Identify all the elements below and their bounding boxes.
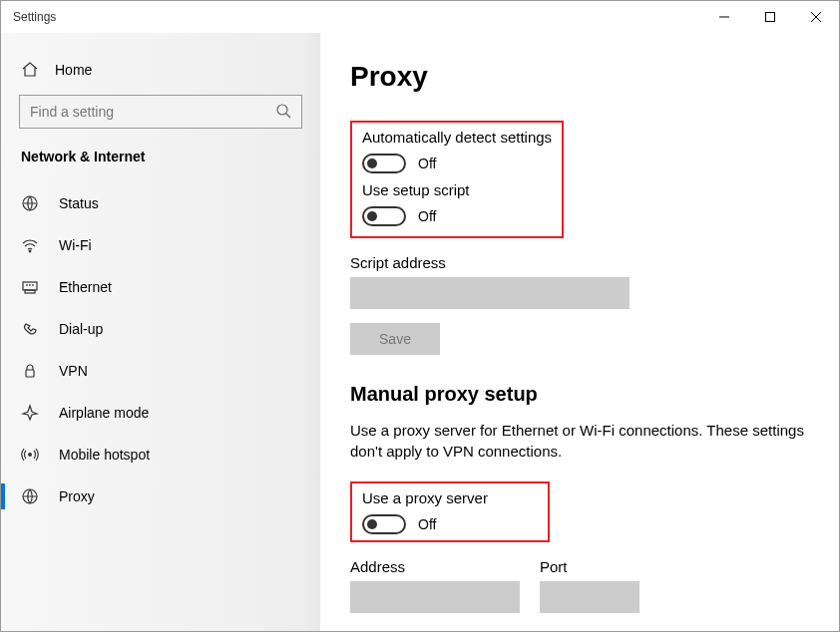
minimize-button[interactable] — [701, 1, 747, 33]
auto-detect-state: Off — [418, 156, 436, 171]
search-input[interactable] — [30, 104, 275, 120]
use-proxy-toggle[interactable] — [362, 514, 406, 534]
dialup-icon — [21, 320, 39, 338]
sidebar-item-vpn[interactable]: VPN — [1, 350, 320, 392]
vpn-icon — [21, 362, 39, 380]
use-proxy-state: Off — [418, 516, 436, 532]
sidebar-item-airplane[interactable]: Airplane mode — [1, 392, 320, 434]
manual-desc: Use a proxy server for Ethernet or Wi-Fi… — [350, 420, 809, 462]
home-label: Home — [55, 62, 92, 78]
save-button[interactable]: Save — [350, 323, 440, 355]
maximize-button[interactable] — [747, 1, 793, 33]
nav-label: Mobile hotspot — [59, 447, 150, 463]
svg-point-7 — [29, 250, 31, 252]
page-title: Proxy — [350, 61, 809, 93]
port-label: Port — [540, 558, 639, 575]
close-icon — [811, 12, 821, 22]
script-address-input[interactable] — [350, 277, 630, 309]
address-input[interactable] — [350, 581, 520, 613]
use-proxy-label: Use a proxy server — [362, 489, 538, 506]
sidebar-item-ethernet[interactable]: Ethernet — [1, 266, 320, 308]
wifi-icon — [21, 236, 39, 254]
address-label: Address — [350, 558, 520, 575]
nav-list: Status Wi-Fi Ethernet Dial-up VPN Airpla… — [1, 182, 320, 517]
sidebar-item-proxy[interactable]: Proxy — [1, 475, 320, 517]
nav-label: Status — [59, 195, 99, 211]
nav-label: Ethernet — [59, 279, 112, 295]
titlebar: Settings — [1, 1, 839, 33]
nav-label: Proxy — [59, 488, 95, 504]
use-script-label: Use setup script — [362, 181, 552, 198]
port-input[interactable] — [540, 581, 639, 613]
sidebar-item-status[interactable]: Status — [1, 182, 320, 224]
svg-point-14 — [28, 453, 32, 457]
svg-rect-9 — [25, 290, 35, 293]
maximize-icon — [765, 12, 775, 22]
sidebar-item-dialup[interactable]: Dial-up — [1, 308, 320, 350]
status-icon — [21, 194, 39, 212]
window-controls — [701, 1, 839, 33]
main-content: Proxy Automatically detect settings Off … — [320, 33, 839, 631]
search-box[interactable] — [19, 95, 302, 129]
manual-heading: Manual proxy setup — [350, 383, 809, 406]
sidebar-item-wifi[interactable]: Wi-Fi — [1, 224, 320, 266]
highlight-manual-section: Use a proxy server Off — [350, 481, 550, 542]
script-address-label: Script address — [350, 254, 809, 271]
nav-label: Wi-Fi — [59, 237, 92, 253]
home-link[interactable]: Home — [1, 53, 320, 91]
category-heading: Network & Internet — [1, 149, 320, 182]
sidebar: Home Network & Internet Status Wi-Fi Eth… — [1, 33, 320, 631]
airplane-icon — [21, 404, 39, 422]
highlight-auto-section: Automatically detect settings Off Use se… — [350, 121, 564, 238]
proxy-icon — [21, 487, 39, 505]
window-title: Settings — [13, 10, 56, 24]
ethernet-icon — [21, 278, 39, 296]
nav-label: Dial-up — [59, 321, 103, 337]
svg-rect-13 — [26, 370, 34, 377]
search-icon — [275, 103, 291, 122]
nav-label: VPN — [59, 363, 88, 379]
hotspot-icon — [21, 446, 39, 464]
auto-detect-toggle[interactable] — [362, 154, 406, 173]
minimize-icon — [719, 12, 729, 22]
home-icon — [21, 61, 39, 79]
use-script-state: Off — [418, 208, 436, 224]
svg-line-5 — [286, 114, 290, 118]
auto-detect-label: Automatically detect settings — [362, 129, 552, 146]
svg-rect-1 — [766, 13, 775, 22]
sidebar-item-hotspot[interactable]: Mobile hotspot — [1, 434, 320, 475]
svg-point-4 — [277, 105, 287, 115]
use-script-toggle[interactable] — [362, 206, 406, 226]
nav-label: Airplane mode — [59, 405, 149, 421]
close-button[interactable] — [793, 1, 839, 33]
